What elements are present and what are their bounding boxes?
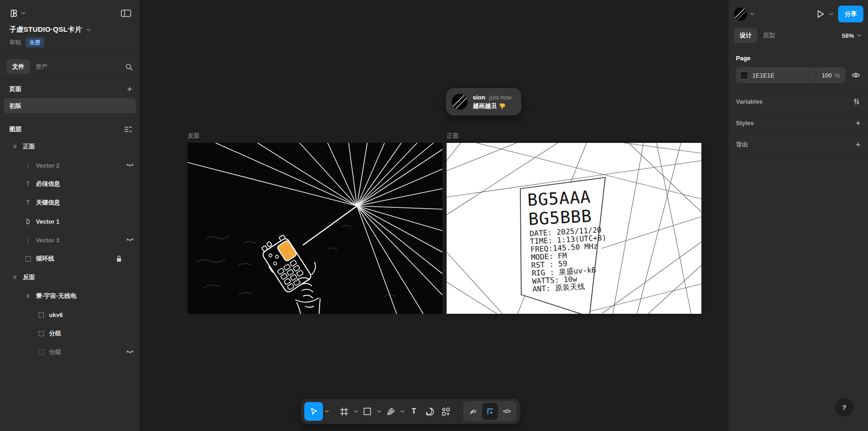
layer-row-group-2[interactable]: 分组 — [0, 343, 140, 361]
document-title: 子虚STUDIO·QSL卡片 — [9, 25, 82, 34]
tab-prototype[interactable]: 原型 — [757, 28, 781, 43]
rectangle-tool[interactable] — [359, 402, 375, 421]
frame-icon: # — [10, 274, 20, 281]
help-button[interactable]: ? — [835, 398, 854, 417]
opacity-value[interactable]: 100 — [816, 72, 835, 79]
figma-logo-menu[interactable] — [9, 9, 18, 18]
qsl-callsign-1: BG5AAA — [527, 187, 591, 210]
variables-section[interactable]: Variables — [728, 91, 868, 113]
present-play-icon[interactable] — [816, 9, 825, 19]
move-tool[interactable] — [304, 402, 323, 421]
frame-back-artwork[interactable] — [188, 143, 442, 314]
move-tool-chevron-icon[interactable] — [323, 402, 330, 421]
actions-resources-tool[interactable] — [438, 402, 454, 421]
layer-row-group-1[interactable]: 分组 — [0, 324, 140, 343]
tab-assets[interactable]: 资产 — [30, 59, 53, 74]
hidden-eye-icon[interactable] — [126, 163, 134, 168]
vector-line-icon: | — [23, 237, 33, 243]
tab-file[interactable]: 文件 — [7, 59, 30, 74]
frame-front-card[interactable]: BG5AAA BG5BBB DATE: 2025/11/20 TIME: 1:1… — [447, 143, 701, 314]
qsl-card-graphic: BG5AAA BG5BBB DATE: 2025/11/20 TIME: 1:1… — [447, 143, 701, 314]
document-menu-chevron-icon[interactable] — [86, 28, 91, 31]
layer-row-frame-back[interactable]: # 反面 — [0, 268, 140, 287]
qsl-callsign-2: BG5BBB — [528, 206, 592, 229]
frame-label-front[interactable]: 正面 — [447, 132, 459, 140]
comment-timestamp: just now — [489, 94, 511, 101]
text-tool[interactable]: T — [406, 402, 422, 421]
group-icon — [36, 312, 46, 318]
chevron-down-icon[interactable] — [21, 12, 26, 14]
pen-tool[interactable] — [383, 402, 399, 421]
free-plan-badge[interactable]: 免费 — [26, 37, 44, 48]
export-section[interactable]: 导出 + — [728, 134, 868, 155]
layer-row-universe-radio[interactable]: # 秉-宇宙-无线电 — [0, 287, 140, 305]
zoom-chevron-icon — [857, 34, 861, 37]
group-icon — [23, 256, 33, 261]
variables-sliders-icon[interactable] — [853, 98, 861, 106]
shape-tool-chevron-icon[interactable] — [375, 402, 383, 421]
vector-line-icon: | — [23, 162, 33, 169]
dev-ruler-mode-tool[interactable] — [482, 403, 498, 420]
user-avatar[interactable] — [734, 7, 747, 21]
comment-author: sion — [473, 94, 485, 101]
frame-label-back[interactable]: 反面 — [188, 132, 200, 140]
vector-shape-icon — [23, 219, 33, 225]
frame-icon: # — [23, 293, 33, 299]
collapse-layers-icon[interactable] — [124, 126, 132, 133]
frame-tool[interactable] — [336, 402, 352, 421]
frame-tool-chevron-icon[interactable] — [352, 402, 359, 421]
hidden-eye-icon[interactable] — [126, 350, 134, 354]
page-color-field[interactable]: 1E1E1E 100 % — [736, 67, 846, 83]
layer-row-frame-front[interactable]: # 正面 — [0, 137, 140, 156]
lock-icon[interactable] — [116, 255, 122, 262]
comment-tool[interactable] — [422, 402, 438, 421]
layer-row-loop-line[interactable]: 循环线 — [0, 249, 140, 268]
avatar-menu-chevron-icon[interactable] — [750, 13, 755, 15]
avatar — [452, 94, 468, 110]
layer-row-vector3[interactable]: | Vector 3 — [0, 231, 140, 249]
comment-bubble[interactable]: sion just now 越画越丑 — [446, 88, 521, 115]
color-swatch[interactable] — [740, 71, 748, 79]
canvas[interactable]: 反面 正面 — [140, 0, 728, 431]
add-export-button[interactable]: + — [855, 141, 861, 149]
left-sidebar: 子虚STUDIO·QSL卡片 草稿 免费 文件 资产 页面 + 初版 图层 — [0, 0, 140, 431]
right-sidebar: 分享 设计 原型 58% Page 1E1E1E 100 % — [728, 0, 868, 431]
page-item-chuban[interactable]: 初版 — [4, 98, 136, 113]
zoom-control[interactable]: 58% — [842, 32, 861, 39]
page-section-header: Page — [736, 55, 861, 62]
comment-message: 越画越丑 — [473, 102, 497, 110]
styles-section[interactable]: Styles + — [728, 113, 868, 134]
present-options-chevron-icon[interactable] — [829, 13, 833, 15]
layer-row-key-info[interactable]: T 关键信息 — [0, 193, 140, 212]
layer-row-vector1[interactable]: Vector 1 — [0, 212, 140, 231]
layer-row-vector2[interactable]: | Vector 2 — [0, 156, 140, 175]
pages-header: 页面 — [9, 85, 21, 93]
frame-icon: # — [10, 143, 20, 150]
tab-design[interactable]: 设计 — [734, 28, 757, 43]
dev-code-mode-tool[interactable]: </> — [499, 403, 515, 420]
draft-label: 草稿 — [9, 39, 21, 47]
visibility-eye-icon[interactable] — [851, 71, 861, 79]
pen-tool-chevron-icon[interactable] — [399, 402, 406, 421]
search-icon[interactable] — [125, 63, 133, 71]
draw-mode-tool[interactable] — [465, 403, 481, 420]
color-hex-value[interactable]: 1E1E1E — [752, 72, 816, 79]
text-layer-icon: T — [23, 181, 33, 187]
bottom-toolbar: T </> — [301, 399, 520, 424]
add-style-button[interactable]: + — [855, 119, 861, 127]
layers-header: 图层 — [9, 125, 21, 134]
layer-row-required-info[interactable]: T 必须信息 — [0, 175, 140, 193]
mode-switcher-group: </> — [463, 401, 517, 422]
group-icon — [36, 350, 46, 355]
percent-sign: % — [834, 72, 846, 79]
layer-row-ukv6[interactable]: ukv6 — [0, 305, 140, 324]
thumbs-down-emoji — [499, 102, 506, 109]
text-layer-icon: T — [23, 199, 33, 206]
share-button[interactable]: 分享 — [838, 6, 863, 22]
add-page-button[interactable]: + — [127, 85, 132, 93]
figma-logo-icon — [9, 9, 18, 18]
group-icon — [36, 331, 46, 336]
toggle-sidebar-icon[interactable] — [121, 9, 131, 17]
zoom-value: 58% — [842, 32, 854, 39]
hidden-eye-icon[interactable] — [126, 238, 134, 242]
